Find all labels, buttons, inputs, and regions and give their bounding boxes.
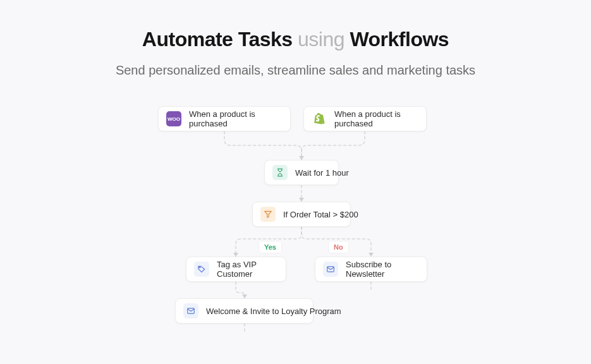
trigger-node-shopify[interactable]: When a product is purchased [303, 106, 427, 131]
page-title: Automate Tasks using Workflows [0, 28, 591, 51]
action-node-welcome[interactable]: Welcome & Invite to Loyalty Program [175, 298, 314, 324]
svg-point-7 [199, 267, 200, 268]
svg-text:WOO: WOO [168, 116, 180, 122]
page-subtitle: Send personalized emails, streamline sal… [0, 63, 591, 78]
action-node-subscribe[interactable]: Subscribe to Newsletter [315, 257, 427, 282]
action-label: Welcome & Invite to Loyalty Program [206, 306, 341, 316]
wait-label: Wait for 1 hour [295, 168, 349, 178]
title-part-1: Automate Tasks [142, 28, 298, 51]
trigger-node-woocommerce[interactable]: WOO When a product is purchased [158, 106, 291, 131]
branch-badge-no: No [329, 241, 348, 253]
wait-node[interactable]: Wait for 1 hour [264, 160, 339, 185]
svg-marker-6 [265, 211, 272, 217]
action-node-tag[interactable]: Tag as VIP Customer [186, 257, 286, 282]
tag-icon [194, 262, 209, 277]
title-part-2: Workflows [350, 28, 449, 51]
mail-icon [183, 303, 198, 318]
branch-badge-yes: Yes [259, 241, 281, 253]
condition-label: If Order Total > $200 [283, 210, 358, 219]
condition-node[interactable]: If Order Total > $200 [252, 202, 351, 227]
trigger-label: When a product is purchased [334, 109, 416, 128]
shopify-icon [312, 111, 327, 126]
hourglass-icon [272, 165, 288, 180]
trigger-label: When a product is purchased [189, 109, 280, 128]
action-label: Tag as VIP Customer [217, 260, 276, 279]
title-part-muted: using [298, 28, 350, 51]
filter-icon [260, 207, 276, 222]
action-label: Subscribe to Newsletter [346, 260, 417, 279]
woocommerce-icon: WOO [166, 111, 181, 126]
mail-icon [323, 262, 338, 277]
